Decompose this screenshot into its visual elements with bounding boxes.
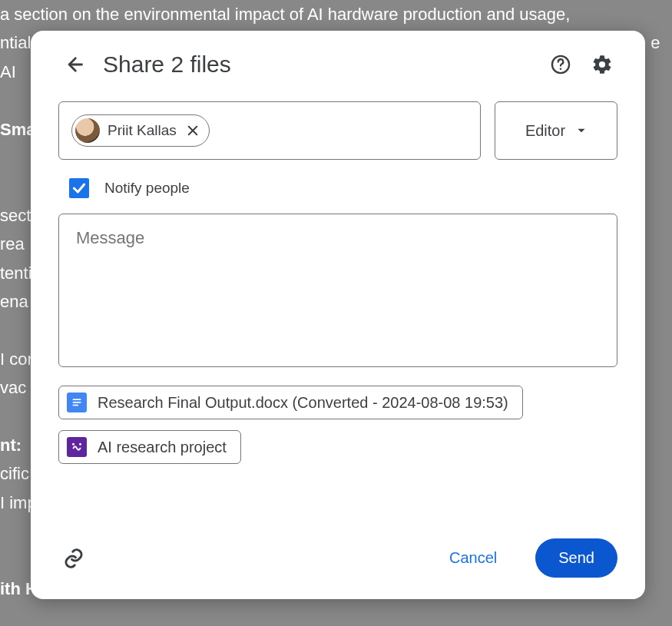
- svg-point-9: [79, 443, 81, 445]
- svg-rect-7: [73, 405, 78, 406]
- notify-checkbox[interactable]: [69, 178, 89, 198]
- dialog-title: Share 2 files: [103, 51, 531, 78]
- close-icon: [186, 124, 200, 137]
- file-chip[interactable]: AI research project: [58, 430, 241, 464]
- help-icon: [550, 54, 571, 75]
- svg-point-2: [560, 68, 562, 71]
- file-chip-name: AI research project: [98, 439, 227, 456]
- file-chip[interactable]: Research Final Output.docx (Converted - …: [58, 386, 523, 419]
- back-button[interactable]: [58, 49, 89, 80]
- person-chip[interactable]: Priit Kallas: [71, 114, 210, 147]
- notify-row: Notify people: [69, 178, 617, 198]
- remove-chip-button[interactable]: [184, 122, 201, 139]
- people-role-row: Priit Kallas Editor: [58, 101, 617, 160]
- gear-icon: [591, 54, 613, 75]
- link-icon: [62, 547, 85, 570]
- app-icon: [67, 437, 87, 457]
- svg-rect-6: [73, 402, 81, 403]
- message-input[interactable]: [58, 214, 617, 367]
- role-select[interactable]: Editor: [495, 101, 617, 160]
- docs-icon: [67, 392, 87, 412]
- check-icon: [71, 181, 87, 196]
- settings-button[interactable]: [587, 49, 617, 80]
- file-chip-name: Research Final Output.docx (Converted - …: [98, 394, 508, 412]
- help-button[interactable]: [545, 49, 576, 80]
- send-button[interactable]: Send: [535, 538, 617, 578]
- copy-link-button[interactable]: [58, 543, 89, 574]
- caret-down-icon: [576, 125, 587, 136]
- cancel-button[interactable]: Cancel: [426, 538, 520, 578]
- svg-point-8: [72, 443, 74, 445]
- share-dialog: Share 2 files Priit Kallas Editor: [31, 31, 645, 599]
- dialog-header-actions: [545, 49, 617, 80]
- notify-label: Notify people: [104, 180, 190, 197]
- attached-files: Research Final Output.docx (Converted - …: [58, 386, 617, 464]
- dialog-footer: Cancel Send: [58, 517, 617, 578]
- arrow-left-icon: [63, 54, 84, 75]
- avatar: [75, 118, 100, 143]
- role-select-label: Editor: [525, 122, 565, 140]
- dialog-header: Share 2 files: [58, 49, 617, 80]
- people-input[interactable]: Priit Kallas: [58, 101, 481, 160]
- person-chip-name: Priit Kallas: [108, 122, 177, 139]
- svg-rect-5: [73, 399, 81, 400]
